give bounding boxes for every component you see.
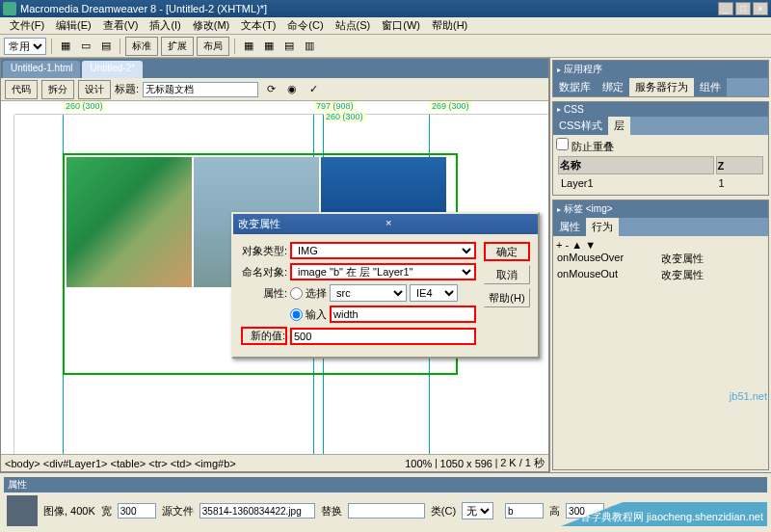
app-panel: 应用程序 数据库 绑定 服务器行为 组件 xyxy=(552,60,769,97)
thumbnail xyxy=(7,495,38,526)
doc-weight: 2 K / 1 秒 xyxy=(500,456,545,470)
behavior-toolbar[interactable]: + - ▲ ▼ xyxy=(556,239,765,251)
prop-radio-input[interactable] xyxy=(290,308,303,321)
alt-input[interactable] xyxy=(348,503,425,519)
img-type: 图像, 400K xyxy=(43,504,95,519)
titlebar: Macromedia Dreamweaver 8 - [Untitled-2 (… xyxy=(0,0,771,17)
css-panel: CSS CSS样式 层 防止重叠 名称Z Layer11 xyxy=(552,101,769,196)
doc-tab-active[interactable]: Untitled-2* xyxy=(82,61,143,78)
panel-header[interactable]: 属性 xyxy=(4,477,767,492)
panel-tab[interactable]: 服务器行为 xyxy=(629,78,694,96)
panel-tab[interactable]: 数据库 xyxy=(553,78,597,96)
title-label: 标题: xyxy=(115,82,139,96)
panel-tab[interactable]: CSS样式 xyxy=(553,117,608,135)
menu-window[interactable]: 窗口(W) xyxy=(376,18,426,33)
doc-tab[interactable]: Untitled-1.html xyxy=(3,61,80,78)
watermark: jb51.net xyxy=(730,390,767,402)
ruler-vertical xyxy=(1,115,14,454)
ok-button[interactable]: 确定 xyxy=(484,242,530,261)
panel-tab[interactable]: 行为 xyxy=(586,218,619,236)
doc-toolbar: 代码 拆分 设计 标题: ⟳ ◉ ✓ xyxy=(1,78,548,101)
prop-input-field[interactable] xyxy=(330,306,476,323)
refresh-icon[interactable]: ⟳ xyxy=(262,81,279,98)
maximize-button[interactable]: □ xyxy=(735,2,751,15)
dialog-titlebar[interactable]: 改变属性× xyxy=(233,214,538,234)
browser-select[interactable]: IE4 xyxy=(410,284,458,302)
table-row[interactable]: Layer11 xyxy=(558,176,763,190)
zoom[interactable]: 100% xyxy=(405,458,432,469)
named-object-select[interactable]: image "b" 在 层 "Layer1" xyxy=(290,263,476,280)
doc-size: 1050 x 596 xyxy=(440,458,492,469)
tool-btn[interactable]: ▭ xyxy=(77,38,94,55)
panel-tab[interactable]: 绑定 xyxy=(597,78,629,96)
panel-tab[interactable]: 属性 xyxy=(553,218,586,236)
title-text: Macromedia Dreamweaver 8 - [Untitled-2 (… xyxy=(20,3,718,14)
tool-btn[interactable]: ▦ xyxy=(240,38,257,55)
app-icon xyxy=(3,2,16,15)
tool-btn[interactable]: ▤ xyxy=(97,38,115,55)
preview-icon[interactable]: ◉ xyxy=(283,81,301,98)
menubar: 文件(F) 编辑(E) 查看(V) 插入(I) 修改(M) 文本(T) 命令(C… xyxy=(0,17,771,35)
panel-header[interactable]: 标签 <img> xyxy=(553,200,768,218)
layout-lay[interactable]: 布局 xyxy=(197,37,229,56)
tool-btn[interactable]: ▥ xyxy=(301,38,318,55)
new-value-input[interactable] xyxy=(290,328,476,345)
menu-commands[interactable]: 命令(C) xyxy=(281,18,329,33)
check-icon[interactable]: ✓ xyxy=(305,81,322,98)
tool-btn[interactable]: ▦ xyxy=(57,38,74,55)
view-design[interactable]: 设计 xyxy=(78,80,111,99)
insert-toolbar: 常用 ▦ ▭ ▤ 标准 扩展 布局 ▦ ▦ ▤ ▥ xyxy=(0,35,771,58)
window-buttons: _ □ × xyxy=(718,2,768,15)
layout-std[interactable]: 标准 xyxy=(125,37,158,56)
class-select[interactable]: 无 xyxy=(462,502,493,519)
tool-btn[interactable]: ▦ xyxy=(260,38,278,55)
help-button[interactable]: 帮助(H) xyxy=(484,288,530,307)
width-input[interactable] xyxy=(118,503,156,519)
list-item[interactable]: onMouseOut改变属性 xyxy=(556,267,765,283)
close-button[interactable]: × xyxy=(753,2,768,15)
menu-view[interactable]: 查看(V) xyxy=(97,18,145,33)
view-code[interactable]: 代码 xyxy=(5,80,38,99)
panel-tab[interactable]: 层 xyxy=(608,117,630,135)
menu-insert[interactable]: 插入(I) xyxy=(144,18,186,33)
tool-btn[interactable]: ▤ xyxy=(280,38,298,55)
menu-site[interactable]: 站点(S) xyxy=(330,18,377,33)
minimize-button[interactable]: _ xyxy=(718,2,733,15)
list-item[interactable]: onMouseOver改变属性 xyxy=(556,251,765,267)
id-input[interactable] xyxy=(505,503,544,519)
cancel-button[interactable]: 取消 xyxy=(484,265,530,284)
right-panels: 应用程序 数据库 绑定 服务器行为 组件 CSS CSS样式 层 防止重叠 名称… xyxy=(549,58,771,472)
panel-header[interactable]: 应用程序 xyxy=(553,61,768,78)
prop-select[interactable]: src xyxy=(330,284,407,302)
menu-text[interactable]: 文本(T) xyxy=(235,18,281,33)
prevent-overlap[interactable]: 防止重叠 xyxy=(556,141,614,152)
menu-edit[interactable]: 编辑(E) xyxy=(50,18,97,33)
layout-ext[interactable]: 扩展 xyxy=(161,37,194,56)
src-input[interactable] xyxy=(199,503,315,519)
category-select[interactable]: 常用 xyxy=(4,38,46,55)
prop-radio-select[interactable] xyxy=(290,287,303,300)
panel-tab[interactable]: 组件 xyxy=(694,78,727,96)
doc-tabs: Untitled-1.html Untitled-2* xyxy=(1,59,548,78)
menu-help[interactable]: 帮助(H) xyxy=(426,18,473,33)
image-a[interactable] xyxy=(66,157,192,287)
close-icon[interactable]: × xyxy=(386,217,533,231)
doc-title-input[interactable] xyxy=(143,82,258,97)
panel-header[interactable]: CSS xyxy=(553,102,768,117)
menu-modify[interactable]: 修改(M) xyxy=(187,18,236,33)
view-split[interactable]: 拆分 xyxy=(41,80,74,99)
change-property-dialog: 改变属性× 对象类型:IMG 命名对象:image "b" 在 层 "Layer… xyxy=(231,212,540,359)
menu-file[interactable]: 文件(F) xyxy=(4,18,50,33)
statusbar: <body> <div#Layer1> <table> <tr> <td> <i… xyxy=(1,454,548,471)
checkbox[interactable] xyxy=(556,138,569,150)
tag-path[interactable]: <body> <div#Layer1> <table> <tr> <td> <i… xyxy=(5,458,405,469)
object-type-select[interactable]: IMG xyxy=(290,242,476,259)
tag-panel: 标签 <img> 属性 行为 + - ▲ ▼ onMouseOver改变属性 o… xyxy=(552,200,769,470)
